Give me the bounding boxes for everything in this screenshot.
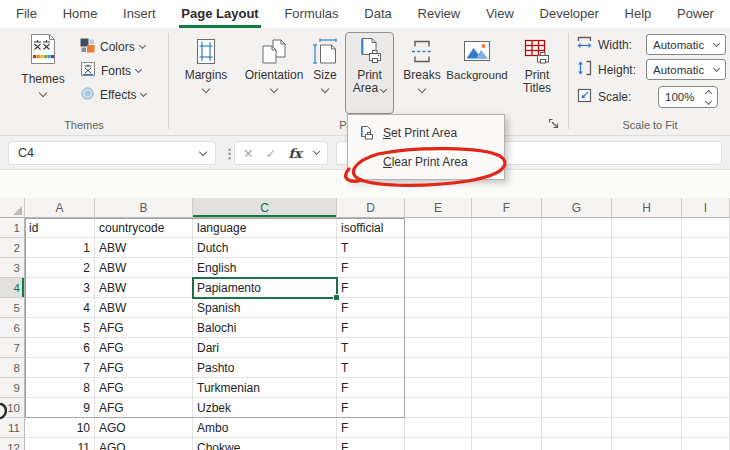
scale-spinner[interactable]: 100% (658, 86, 718, 108)
cell-A2[interactable]: 1 (25, 238, 95, 258)
cell-F9[interactable] (472, 378, 542, 398)
cell-A3[interactable]: 2 (25, 258, 95, 278)
cell-H7[interactable] (612, 338, 682, 358)
cell-E3[interactable] (405, 258, 472, 278)
cell-H6[interactable] (612, 318, 682, 338)
menu-tab-review[interactable]: Review (416, 0, 463, 28)
cell-D10[interactable]: F (337, 398, 405, 418)
cell-E12[interactable] (405, 438, 472, 450)
cell-D7[interactable]: T (337, 338, 405, 358)
cell-I1[interactable] (682, 218, 730, 238)
cell-G4[interactable] (542, 278, 612, 298)
cell-I11[interactable] (682, 418, 730, 438)
theme-fonts-button[interactable]: Fonts (80, 60, 141, 82)
cell-E8[interactable] (405, 358, 472, 378)
cell-H12[interactable] (612, 438, 682, 450)
cell-E9[interactable] (405, 378, 472, 398)
cancel-icon[interactable]: ✕ (243, 146, 253, 161)
cell-A7[interactable]: 6 (25, 338, 95, 358)
cell-I7[interactable] (682, 338, 730, 358)
cell-E7[interactable] (405, 338, 472, 358)
cell-E6[interactable] (405, 318, 472, 338)
column-header-F[interactable]: F (472, 198, 542, 218)
cell-D2[interactable]: T (337, 238, 405, 258)
cell-D11[interactable]: F (337, 418, 405, 438)
cell-H2[interactable] (612, 238, 682, 258)
column-header-G[interactable]: G (542, 198, 612, 218)
row-header-1[interactable]: 1 (0, 218, 25, 238)
page-setup-dialog-launcher[interactable] (548, 116, 560, 128)
cell-D4[interactable]: F (337, 278, 405, 298)
cell-H3[interactable] (612, 258, 682, 278)
menu-tab-power[interactable]: Power (675, 0, 716, 28)
column-header-B[interactable]: B (95, 198, 193, 218)
cell-F7[interactable] (472, 338, 542, 358)
cell-E11[interactable] (405, 418, 472, 438)
row-header-2[interactable]: 2 (0, 238, 25, 258)
menu-item-clear-print-area[interactable]: Clear Print Area (348, 147, 504, 176)
print-area-button[interactable]: Print Area (345, 32, 394, 114)
cell-A1[interactable]: id (25, 218, 95, 238)
cell-D12[interactable]: F (337, 438, 405, 450)
cell-H5[interactable] (612, 298, 682, 318)
column-header-A[interactable]: A (25, 198, 95, 218)
row-header-10[interactable]: 10 (0, 398, 25, 418)
cell-I3[interactable] (682, 258, 730, 278)
row-header-7[interactable]: 7 (0, 338, 25, 358)
cell-C7[interactable]: Dari (193, 338, 337, 358)
fit-height-dropdown[interactable]: Automatic (646, 59, 726, 80)
size-button[interactable]: Size (306, 32, 344, 114)
cell-C6[interactable]: Balochi (193, 318, 337, 338)
cell-F2[interactable] (472, 238, 542, 258)
name-box[interactable]: C4 (8, 141, 216, 165)
cell-G9[interactable] (542, 378, 612, 398)
cell-H8[interactable] (612, 358, 682, 378)
insert-function-icon[interactable]: fx (288, 146, 301, 161)
cell-C3[interactable]: English (193, 258, 337, 278)
cell-C9[interactable]: Turkmenian (193, 378, 337, 398)
cell-E4[interactable] (405, 278, 472, 298)
column-header-D[interactable]: D (337, 198, 405, 218)
cell-I2[interactable] (682, 238, 730, 258)
themes-button[interactable]: Themes (14, 33, 72, 113)
cell-G8[interactable] (542, 358, 612, 378)
row-header-4[interactable]: 4 (0, 278, 25, 298)
cell-C1[interactable]: language (193, 218, 337, 238)
menu-tab-formulas[interactable]: Formulas (282, 0, 340, 28)
row-header-12[interactable]: 12 (0, 438, 25, 450)
cell-B10[interactable]: AFG (95, 398, 193, 418)
cell-G6[interactable] (542, 318, 612, 338)
cell-B11[interactable]: AGO (95, 418, 193, 438)
cell-F6[interactable] (472, 318, 542, 338)
cell-A9[interactable]: 8 (25, 378, 95, 398)
cell-G7[interactable] (542, 338, 612, 358)
cell-I9[interactable] (682, 378, 730, 398)
orientation-button[interactable]: Orientation (236, 32, 312, 114)
cell-A11[interactable]: 10 (25, 418, 95, 438)
cell-I12[interactable] (682, 438, 730, 450)
cell-H9[interactable] (612, 378, 682, 398)
cell-C12[interactable]: Chokwe (193, 438, 337, 450)
cell-D8[interactable]: T (337, 358, 405, 378)
enter-icon[interactable]: ✓ (266, 146, 276, 161)
column-header-H[interactable]: H (612, 198, 682, 218)
cell-I10[interactable] (682, 398, 730, 418)
cell-F11[interactable] (472, 418, 542, 438)
cell-F8[interactable] (472, 358, 542, 378)
cell-D6[interactable]: F (337, 318, 405, 338)
cell-F1[interactable] (472, 218, 542, 238)
menu-tab-file[interactable]: File (14, 0, 39, 28)
cell-H10[interactable] (612, 398, 682, 418)
cell-E1[interactable] (405, 218, 472, 238)
cell-B1[interactable]: countrycode (95, 218, 193, 238)
cell-I4[interactable] (682, 278, 730, 298)
cell-E10[interactable] (405, 398, 472, 418)
menu-tab-home[interactable]: Home (61, 0, 100, 28)
cell-I8[interactable] (682, 358, 730, 378)
cell-C10[interactable]: Uzbek (193, 398, 337, 418)
cell-C2[interactable]: Dutch (193, 238, 337, 258)
cell-H1[interactable] (612, 218, 682, 238)
cell-A4[interactable]: 3 (25, 278, 95, 298)
cell-C11[interactable]: Ambo (193, 418, 337, 438)
cell-B8[interactable]: AFG (95, 358, 193, 378)
